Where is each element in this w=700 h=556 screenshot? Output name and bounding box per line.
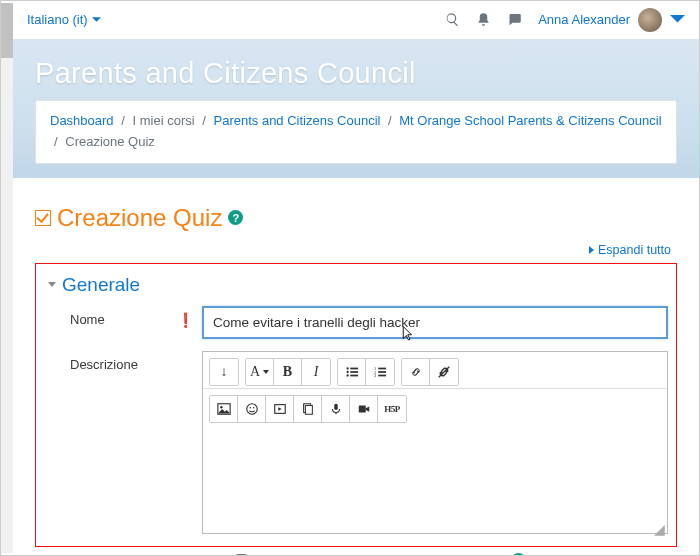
svg-point-0: [346, 367, 348, 369]
language-label: Italiano (it): [27, 12, 88, 27]
required-icon: ❗: [177, 312, 194, 328]
breadcrumb-course[interactable]: Parents and Citizens Council: [213, 113, 380, 128]
toolbar-unlink-button[interactable]: [430, 359, 458, 385]
breadcrumb-sep: /: [54, 134, 58, 149]
help-icon[interactable]: ?: [511, 553, 526, 555]
scrollbar-thumb[interactable]: [1, 3, 13, 58]
description-textarea[interactable]: [203, 425, 667, 521]
svg-rect-7: [378, 367, 386, 369]
avatar: [638, 8, 662, 32]
toolbar-paragraph-style-button[interactable]: A: [246, 359, 274, 385]
breadcrumb-activity[interactable]: Mt Orange School Parents & Citizens Coun…: [399, 113, 661, 128]
toolbar-italic-button[interactable]: I: [302, 359, 330, 385]
toolbar-expand-button[interactable]: ↓: [210, 359, 238, 385]
svg-point-16: [249, 406, 251, 408]
user-name: Anna Alexander: [538, 12, 630, 27]
svg-point-17: [252, 406, 254, 408]
breadcrumb-dashboard[interactable]: Dashboard: [50, 113, 114, 128]
section-general-header[interactable]: Generale: [48, 274, 668, 296]
toolbar-emoji-button[interactable]: [238, 396, 266, 422]
resize-grip-icon[interactable]: ◢: [203, 521, 667, 533]
help-icon[interactable]: ?: [228, 210, 243, 225]
vertical-scrollbar[interactable]: [1, 3, 13, 553]
breadcrumb-current: Creazione Quiz: [65, 134, 155, 149]
section-general-title: Generale: [62, 274, 140, 296]
show-description-label: Visualizza descrizione nella home del co…: [254, 553, 505, 555]
editor-toolbar: ↓ A B I 123: [203, 352, 667, 389]
toolbar-h5p-button[interactable]: H5P: [378, 396, 406, 422]
svg-rect-21: [334, 403, 338, 409]
svg-text:3: 3: [374, 373, 377, 378]
toolbar-image-button[interactable]: [210, 396, 238, 422]
toolbar-files-button[interactable]: [294, 396, 322, 422]
breadcrumb-my-courses: I miei corsi: [132, 113, 194, 128]
name-input[interactable]: [202, 306, 668, 339]
field-description: Descrizione ↓ A B I: [44, 351, 668, 534]
search-icon[interactable]: [445, 12, 460, 27]
form-heading-text: Creazione Quiz: [57, 204, 222, 232]
chat-icon[interactable]: [507, 12, 522, 27]
language-picker[interactable]: Italiano (it): [27, 12, 101, 27]
svg-rect-1: [350, 367, 358, 369]
name-label: Nome: [70, 312, 105, 327]
svg-rect-20: [305, 405, 312, 414]
svg-point-15: [246, 403, 257, 414]
page-title: Parents and Citizens Council: [35, 57, 677, 90]
rich-text-editor: ↓ A B I 123: [202, 351, 668, 534]
toolbar-media-button[interactable]: [266, 396, 294, 422]
breadcrumb-sep: /: [121, 113, 125, 128]
bell-icon[interactable]: [476, 12, 491, 27]
collapse-caret-icon: [48, 282, 56, 287]
field-name: Nome ❗: [44, 306, 668, 339]
breadcrumb-sep: /: [202, 113, 206, 128]
highlight-box: Generale Nome ❗ Descrizione: [35, 263, 677, 547]
top-bar: Italiano (it) Anna Alexander: [13, 1, 699, 39]
toolbar-link-button[interactable]: [402, 359, 430, 385]
chevron-down-icon: [670, 12, 685, 27]
chevron-down-icon: [92, 17, 101, 23]
breadcrumb: Dashboard / I miei corsi / Parents and C…: [35, 100, 677, 164]
toolbar-number-list-button[interactable]: 123: [366, 359, 394, 385]
svg-rect-11: [378, 374, 386, 376]
svg-point-14: [220, 406, 222, 408]
editor-toolbar-row2: H5P: [203, 389, 667, 425]
quiz-icon: [35, 210, 51, 226]
show-description-row: Visualizza descrizione nella home del co…: [35, 547, 677, 555]
svg-rect-9: [378, 371, 386, 373]
toolbar-video-button[interactable]: [350, 396, 378, 422]
page-header: Parents and Citizens Council Dashboard /…: [13, 39, 699, 178]
toolbar-mic-button[interactable]: [322, 396, 350, 422]
description-label: Descrizione: [70, 357, 138, 372]
svg-point-2: [346, 370, 348, 372]
user-menu[interactable]: Anna Alexander: [538, 8, 685, 32]
toolbar-bullet-list-button[interactable]: [338, 359, 366, 385]
svg-rect-3: [350, 371, 358, 373]
breadcrumb-sep: /: [388, 113, 392, 128]
form-heading: Creazione Quiz ?: [35, 204, 677, 232]
svg-rect-5: [350, 374, 358, 376]
svg-rect-22: [358, 405, 365, 412]
expand-all-link[interactable]: Espandi tutto: [589, 243, 671, 257]
show-description-checkbox[interactable]: [235, 554, 248, 555]
svg-point-4: [346, 374, 348, 376]
toolbar-bold-button[interactable]: B: [274, 359, 302, 385]
